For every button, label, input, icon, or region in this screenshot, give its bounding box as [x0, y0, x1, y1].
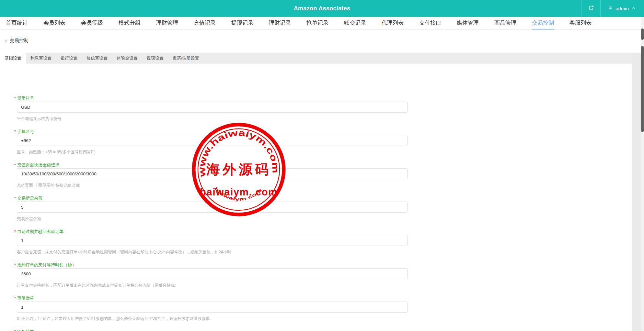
tab-invite-register-settings[interactable]: 邀请/注册设置	[168, 53, 204, 64]
tab-basic-settings[interactable]: 基础设置	[0, 53, 26, 64]
field-help: 客户提交充值，未支付的充值订单x小时后自动过期驳回（驳回内容在帮助中心-文本内容…	[17, 250, 632, 255]
currency-symbol-input[interactable]	[17, 102, 408, 113]
phone-area-code-field: *手机区号 区号，如巴西：+55 = 55(多个区号用|5隔开)	[14, 129, 632, 155]
next-field-clipped: *匹配范围	[14, 329, 632, 331]
refresh-button[interactable]	[581, 0, 600, 17]
nav-item-balance-change-records[interactable]: 账变记录	[344, 17, 366, 29]
required-balance-field: *交易所需余额 交易所需余额	[14, 196, 632, 221]
nav-item-agent-list[interactable]: 代理列表	[382, 17, 404, 29]
breadcrumb-label: 交易控制	[10, 38, 29, 44]
field-help: 订单支付等待时长，匹配订单后未在此时间内完成支付提交订单将会被冻结（需后台解冻）	[17, 283, 632, 288]
nav-item-order-grab-records[interactable]: 抢单记录	[306, 17, 328, 29]
phone-area-code-input[interactable]	[17, 135, 408, 146]
breadcrumb: » 交易控制	[0, 30, 644, 51]
field-help: 平台前端显示的货币符号	[17, 116, 632, 121]
tab-sms-settings[interactable]: 短信宝设置	[82, 53, 112, 64]
field-label: *货币符号	[14, 96, 632, 101]
nav-item-product-manage[interactable]: 商品管理	[494, 17, 516, 29]
tab-bank-settings[interactable]: 银行设置	[56, 53, 82, 64]
field-help: 交易所需余额	[17, 216, 632, 221]
required-asterisk: *	[14, 96, 16, 101]
nav-item-customer-service-list[interactable]: 客服列表	[569, 17, 592, 29]
pay-wait-time-input[interactable]	[17, 268, 408, 279]
nav-item-withdraw-records[interactable]: 提现记录	[231, 17, 253, 29]
nav-item-home-stats[interactable]: 首页统计	[6, 17, 28, 29]
required-asterisk: *	[14, 162, 16, 167]
pay-wait-time-field: *抢到订单的支付等待时长（秒） 订单支付等待时长，匹配订单后未在此时间内完成支付…	[14, 262, 632, 288]
main-nav: 首页统计 会员列表 会员等级 模式分组 理财管理 充值记录 提现记录 理财记录 …	[0, 17, 644, 30]
user-icon	[608, 5, 613, 12]
nav-item-payment-api[interactable]: 支付接口	[419, 17, 441, 29]
nav-item-mode-group[interactable]: 模式分组	[119, 17, 141, 29]
required-asterisk: *	[14, 196, 16, 201]
field-label: *自动过期并驳回充值订单	[14, 229, 632, 234]
tab-trial-fund-settings[interactable]: 体验金设置	[112, 53, 142, 64]
scrollbar-thumb[interactable]	[641, 28, 644, 40]
required-asterisk: *	[14, 229, 16, 234]
nav-item-member-level[interactable]: 会员等级	[81, 17, 103, 29]
field-label: *交易所需余额	[14, 196, 632, 201]
required-asterisk: *	[14, 329, 16, 331]
auto-expire-order-field: *自动过期并驳回充值订单 客户提交充值，未支付的充值订单x小时后自动过期驳回（驳…	[14, 229, 632, 255]
repeat-order-field: *重复做单 0=不允许，1=允许，如果昨天用户做了VIP1级别的单，那么他今天就…	[14, 296, 632, 321]
app-header: Amazon Associates admin	[0, 0, 644, 17]
nav-item-media-manage[interactable]: 媒体管理	[457, 17, 479, 29]
nav-item-member-list[interactable]: 会员列表	[43, 17, 65, 29]
scrollbar-thumb[interactable]	[641, 46, 644, 132]
tab-lixibao-settings[interactable]: 利息宝设置	[26, 53, 56, 64]
field-label: *充值页面快捷金额选择	[14, 162, 632, 168]
field-label: *手机区号	[14, 129, 632, 134]
field-label: *重复做单	[14, 296, 632, 301]
currency-symbol-field: *货币符号 平台前端显示的货币符号	[14, 96, 632, 121]
tab-content-basic-settings: *货币符号 平台前端显示的货币符号 *手机区号 区号，如巴西：+55 = 55(…	[0, 64, 632, 331]
field-help: 0=不允许，1=允许，如果昨天用户做了VIP1级别的单，那么他今天就做不了VIP…	[17, 316, 632, 321]
required-balance-input[interactable]	[17, 202, 408, 213]
app-title: Amazon Associates	[0, 0, 644, 17]
username: admin	[615, 6, 629, 11]
double-chevron-right-icon: »	[5, 38, 7, 43]
nav-item-transaction-control[interactable]: 交易控制	[532, 17, 554, 29]
scrollbar[interactable]	[641, 17, 644, 331]
chevron-up-icon	[631, 6, 636, 11]
field-help: 区号，如巴西：+55 = 55(多个区号用|5隔开)	[17, 150, 632, 155]
field-label: *抢到订单的支付等待时长（秒）	[14, 262, 632, 268]
nav-item-recharge-records[interactable]: 充值记录	[194, 17, 216, 29]
header-actions: admin	[581, 0, 644, 17]
content-right-gutter	[632, 53, 641, 331]
required-asterisk: *	[14, 129, 16, 134]
required-asterisk: *	[14, 262, 16, 267]
repeat-order-input[interactable]	[17, 302, 408, 313]
field-label: *匹配范围	[14, 329, 632, 331]
required-asterisk: *	[14, 296, 16, 301]
quick-amount-input[interactable]	[17, 168, 408, 179]
user-menu[interactable]: admin	[601, 0, 644, 17]
auto-expire-order-input[interactable]	[17, 235, 408, 246]
quick-amount-field: *充值页面快捷金额选择 充值页面 上面显示的 快捷充值金额	[14, 162, 632, 188]
nav-item-finance-manage[interactable]: 理财管理	[156, 17, 178, 29]
settings-tabs: 基础设置 利息宝设置 银行设置 短信宝设置 体验金设置 提现设置 邀请/注册设置	[0, 53, 632, 64]
refresh-icon	[588, 5, 594, 12]
field-help: 充值页面 上面显示的 快捷充值金额	[17, 183, 632, 188]
tab-withdraw-settings[interactable]: 提现设置	[142, 53, 168, 64]
nav-item-finance-records[interactable]: 理财记录	[269, 17, 291, 29]
